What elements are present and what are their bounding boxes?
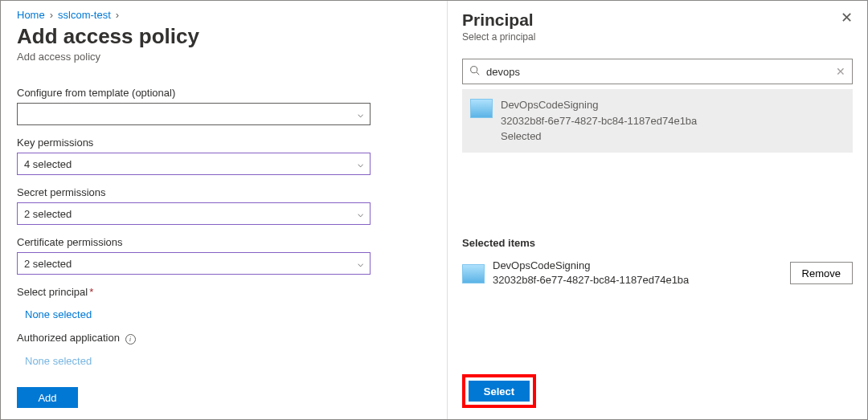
clear-icon[interactable]: ✕ xyxy=(836,65,845,78)
template-label: Configure from template (optional) xyxy=(17,87,431,99)
search-result-text: DevOpsCodeSigning 32032b8f-6e77-4827-bc8… xyxy=(501,97,697,145)
panel-subtitle: Select a principal xyxy=(462,31,853,43)
svg-line-1 xyxy=(477,72,479,75)
authorized-app-link[interactable]: None selected xyxy=(17,355,431,367)
chevron-right-icon: › xyxy=(50,9,53,21)
select-button[interactable]: Select xyxy=(469,381,530,402)
cert-perm-label: Certificate permissions xyxy=(17,236,431,248)
search-result-item[interactable]: DevOpsCodeSigning 32032b8f-6e77-4827-bc8… xyxy=(462,89,853,153)
breadcrumb-item[interactable]: sslcom-test xyxy=(58,9,111,21)
authorized-app-label: Authorized application i xyxy=(17,332,431,345)
secret-perm-dropdown[interactable]: 2 selected ⌵ xyxy=(17,202,371,225)
add-button[interactable]: Add xyxy=(17,387,78,408)
principal-search-input[interactable] xyxy=(485,65,831,79)
chevron-down-icon: ⌵ xyxy=(358,208,363,219)
app-icon xyxy=(470,99,493,118)
panel-title: Principal xyxy=(462,10,853,30)
cert-perm-dropdown[interactable]: 2 selected ⌵ xyxy=(17,252,371,275)
chevron-down-icon: ⌵ xyxy=(358,108,363,120)
selected-item-row: DevOpsCodeSigning 32032b8f-6e77-4827-bc8… xyxy=(462,259,853,289)
info-icon[interactable]: i xyxy=(125,334,136,345)
chevron-down-icon: ⌵ xyxy=(358,158,363,169)
cert-perm-value: 2 selected xyxy=(24,258,72,270)
breadcrumb: Home › sslcom-test › xyxy=(17,9,431,21)
key-perm-dropdown[interactable]: 4 selected ⌵ xyxy=(17,153,371,175)
page-subtitle: Add access policy xyxy=(17,51,431,63)
svg-point-0 xyxy=(471,67,477,73)
secret-perm-value: 2 selected xyxy=(24,208,72,220)
template-dropdown[interactable]: ⌵ xyxy=(17,103,371,125)
key-perm-value: 4 selected xyxy=(24,158,72,170)
close-icon[interactable]: ✕ xyxy=(841,10,853,25)
select-highlight: Select xyxy=(462,374,536,408)
select-principal-link[interactable]: None selected xyxy=(17,308,431,320)
selected-item-text: DevOpsCodeSigning 32032b8f-6e77-4827-bc8… xyxy=(493,259,782,289)
principal-search[interactable]: ✕ xyxy=(462,59,853,84)
remove-button[interactable]: Remove xyxy=(790,262,853,284)
chevron-down-icon: ⌵ xyxy=(358,258,363,269)
select-principal-label: Select principal* xyxy=(17,286,431,298)
breadcrumb-home[interactable]: Home xyxy=(17,9,45,21)
page-title: Add access policy xyxy=(17,24,431,49)
secret-perm-label: Secret permissions xyxy=(17,186,431,198)
selected-items-heading: Selected items xyxy=(462,237,853,249)
search-icon xyxy=(469,65,480,78)
app-icon xyxy=(462,264,485,283)
chevron-right-icon: › xyxy=(116,9,119,21)
key-perm-label: Key permissions xyxy=(17,137,431,149)
